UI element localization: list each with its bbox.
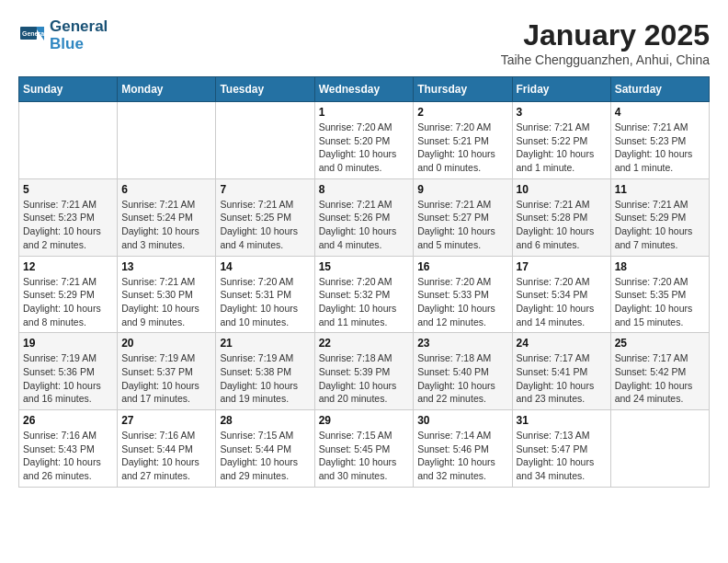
day-cell: 28Sunrise: 7:15 AM Sunset: 5:44 PM Dayli… [216,410,314,488]
day-number: 27 [121,414,211,427]
day-number: 30 [417,414,507,427]
day-number: 28 [220,414,310,427]
day-cell: 25Sunrise: 7:17 AM Sunset: 5:42 PM Dayli… [610,333,709,410]
day-cell: 24Sunrise: 7:17 AM Sunset: 5:41 PM Dayli… [512,333,610,410]
day-info: Sunrise: 7:21 AM Sunset: 5:23 PM Dayligh… [615,121,705,175]
day-number: 21 [220,337,310,350]
day-info: Sunrise: 7:15 AM Sunset: 5:44 PM Dayligh… [220,429,310,483]
day-info: Sunrise: 7:20 AM Sunset: 5:32 PM Dayligh… [319,275,410,329]
page-header: General General Blue January 2025 Taihe … [18,18,710,67]
day-info: Sunrise: 7:19 AM Sunset: 5:36 PM Dayligh… [23,351,113,406]
day-cell: 21Sunrise: 7:19 AM Sunset: 5:38 PM Dayli… [216,333,314,410]
day-number: 19 [23,337,113,350]
day-number: 31 [517,414,607,427]
day-number: 22 [319,337,410,350]
week-row-2: 5Sunrise: 7:21 AM Sunset: 5:23 PM Daylig… [19,178,710,256]
day-info: Sunrise: 7:16 AM Sunset: 5:43 PM Dayligh… [23,429,113,483]
header-saturday: Saturday [610,77,709,102]
day-cell: 14Sunrise: 7:20 AM Sunset: 5:31 PM Dayli… [216,256,314,333]
day-info: Sunrise: 7:15 AM Sunset: 5:45 PM Dayligh… [319,429,410,483]
day-info: Sunrise: 7:19 AM Sunset: 5:38 PM Dayligh… [220,351,310,406]
day-number: 7 [220,183,310,196]
day-cell: 16Sunrise: 7:20 AM Sunset: 5:33 PM Dayli… [414,256,512,333]
day-cell: 27Sunrise: 7:16 AM Sunset: 5:44 PM Dayli… [118,410,216,488]
day-cell: 3Sunrise: 7:21 AM Sunset: 5:22 PM Daylig… [512,102,610,179]
day-cell: 2Sunrise: 7:20 AM Sunset: 5:21 PM Daylig… [414,102,512,179]
calendar-header: SundayMondayTuesdayWednesdayThursdayFrid… [19,77,710,102]
week-row-5: 26Sunrise: 7:16 AM Sunset: 5:43 PM Dayli… [19,410,710,488]
day-number: 23 [417,337,507,350]
title-area: January 2025 Taihe Chengguanzhen, Anhui,… [501,18,710,67]
day-cell: 31Sunrise: 7:13 AM Sunset: 5:47 PM Dayli… [512,410,610,488]
day-number: 26 [23,414,113,427]
day-info: Sunrise: 7:17 AM Sunset: 5:42 PM Dayligh… [615,351,705,406]
day-cell: 22Sunrise: 7:18 AM Sunset: 5:39 PM Dayli… [314,333,414,410]
day-number: 3 [517,106,607,119]
day-number: 20 [121,337,211,350]
day-number: 12 [23,260,113,273]
day-cell: 5Sunrise: 7:21 AM Sunset: 5:23 PM Daylig… [19,178,118,256]
day-cell: 9Sunrise: 7:21 AM Sunset: 5:27 PM Daylig… [414,178,512,256]
day-cell: 7Sunrise: 7:21 AM Sunset: 5:25 PM Daylig… [216,178,314,256]
week-row-4: 19Sunrise: 7:19 AM Sunset: 5:36 PM Dayli… [19,333,710,410]
day-info: Sunrise: 7:13 AM Sunset: 5:47 PM Dayligh… [517,429,607,483]
day-cell: 15Sunrise: 7:20 AM Sunset: 5:32 PM Dayli… [314,256,414,333]
day-info: Sunrise: 7:21 AM Sunset: 5:22 PM Dayligh… [517,121,607,175]
day-cell: 19Sunrise: 7:19 AM Sunset: 5:36 PM Dayli… [19,333,118,410]
day-number: 14 [220,260,310,273]
day-info: Sunrise: 7:18 AM Sunset: 5:40 PM Dayligh… [417,351,507,406]
day-info: Sunrise: 7:21 AM Sunset: 5:23 PM Dayligh… [23,198,113,252]
day-info: Sunrise: 7:21 AM Sunset: 5:26 PM Dayligh… [319,198,410,252]
day-info: Sunrise: 7:17 AM Sunset: 5:41 PM Dayligh… [517,351,607,406]
day-info: Sunrise: 7:16 AM Sunset: 5:44 PM Dayligh… [121,429,211,483]
day-cell: 6Sunrise: 7:21 AM Sunset: 5:24 PM Daylig… [118,178,216,256]
day-info: Sunrise: 7:21 AM Sunset: 5:25 PM Dayligh… [220,198,310,252]
day-cell: 10Sunrise: 7:21 AM Sunset: 5:28 PM Dayli… [512,178,610,256]
calendar-body: 1Sunrise: 7:20 AM Sunset: 5:20 PM Daylig… [19,102,710,488]
day-number: 9 [417,183,507,196]
day-number: 17 [517,260,607,273]
calendar-table: SundayMondayTuesdayWednesdayThursdayFrid… [18,76,710,488]
day-cell: 8Sunrise: 7:21 AM Sunset: 5:26 PM Daylig… [314,178,414,256]
day-info: Sunrise: 7:21 AM Sunset: 5:30 PM Dayligh… [121,275,211,329]
day-number: 4 [615,106,705,119]
week-row-1: 1Sunrise: 7:20 AM Sunset: 5:20 PM Daylig… [19,102,710,179]
day-cell [118,102,216,179]
day-cell: 11Sunrise: 7:21 AM Sunset: 5:29 PM Dayli… [610,178,709,256]
day-cell [19,102,118,179]
logo-icon: General [18,22,46,50]
day-cell: 1Sunrise: 7:20 AM Sunset: 5:20 PM Daylig… [314,102,414,179]
day-number: 13 [121,260,211,273]
day-info: Sunrise: 7:19 AM Sunset: 5:37 PM Dayligh… [121,351,211,406]
svg-text:General: General [22,30,46,37]
day-info: Sunrise: 7:21 AM Sunset: 5:24 PM Dayligh… [121,198,211,252]
header-monday: Monday [118,77,216,102]
day-info: Sunrise: 7:21 AM Sunset: 5:29 PM Dayligh… [615,198,705,252]
day-cell: 17Sunrise: 7:20 AM Sunset: 5:34 PM Dayli… [512,256,610,333]
day-cell [216,102,314,179]
day-info: Sunrise: 7:20 AM Sunset: 5:21 PM Dayligh… [417,121,507,175]
day-number: 5 [23,183,113,196]
day-number: 10 [517,183,607,196]
day-cell: 23Sunrise: 7:18 AM Sunset: 5:40 PM Dayli… [414,333,512,410]
day-number: 2 [417,106,507,119]
day-number: 29 [319,414,410,427]
day-info: Sunrise: 7:21 AM Sunset: 5:29 PM Dayligh… [23,275,113,329]
day-info: Sunrise: 7:20 AM Sunset: 5:34 PM Dayligh… [517,275,607,329]
day-info: Sunrise: 7:20 AM Sunset: 5:31 PM Dayligh… [220,275,310,329]
day-info: Sunrise: 7:18 AM Sunset: 5:39 PM Dayligh… [319,351,410,406]
logo: General General Blue [18,18,108,52]
header-sunday: Sunday [19,77,118,102]
day-info: Sunrise: 7:20 AM Sunset: 5:20 PM Dayligh… [319,121,410,175]
header-thursday: Thursday [414,77,512,102]
day-cell: 29Sunrise: 7:15 AM Sunset: 5:45 PM Dayli… [314,410,414,488]
day-number: 25 [615,337,705,350]
day-info: Sunrise: 7:14 AM Sunset: 5:46 PM Dayligh… [417,429,507,483]
day-cell: 13Sunrise: 7:21 AM Sunset: 5:30 PM Dayli… [118,256,216,333]
header-friday: Friday [512,77,610,102]
day-number: 24 [517,337,607,350]
day-info: Sunrise: 7:20 AM Sunset: 5:33 PM Dayligh… [417,275,507,329]
day-cell: 30Sunrise: 7:14 AM Sunset: 5:46 PM Dayli… [414,410,512,488]
day-info: Sunrise: 7:21 AM Sunset: 5:28 PM Dayligh… [517,198,607,252]
logo-line1: General [50,18,108,36]
